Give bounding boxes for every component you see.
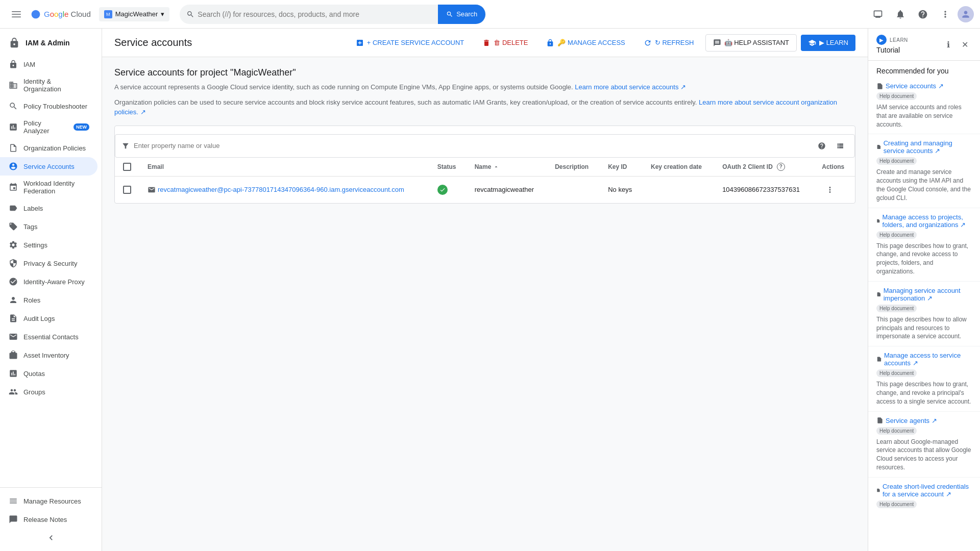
learn-more-service-accounts-link[interactable]: Learn more about service accounts ↗ [575, 83, 686, 91]
right-panel-item-impersonation-badge: Help document [876, 305, 917, 312]
help-assistant-button[interactable]: 🤖 HELP ASSISTANT [705, 34, 797, 52]
row-actions [814, 176, 855, 203]
sidebar-item-groups-label: Groups [23, 388, 89, 396]
right-panel-item-impersonation-link[interactable]: Managing service account impersonation ↗ [876, 287, 972, 302]
sidebar-item-service-accounts[interactable]: Service Accounts [0, 157, 97, 176]
sidebar-item-roles[interactable]: Roles [0, 291, 97, 309]
sidebar-item-tags-label: Tags [23, 223, 89, 231]
sidebar-item-policy-analyzer[interactable]: Policy Analyzer NEW [0, 115, 97, 139]
sidebar-item-org-policies[interactable]: Organization Policies [0, 139, 97, 157]
page-header: Service accounts + CREATE SERVICE ACCOUN… [102, 29, 868, 57]
row-description [547, 176, 600, 203]
sidebar-item-asset-inventory[interactable]: Asset Inventory [0, 346, 97, 364]
col-select-all [115, 158, 139, 177]
right-panel-item-service-agents-badge: Help document [876, 427, 917, 435]
help-icon-btn[interactable] [913, 4, 933, 24]
row-key-creation-date [643, 176, 714, 203]
right-panel-item-service-accounts-desc: IAM service accounts and roles that are … [876, 103, 972, 129]
right-panel-item-service-agents: Service agents ↗ Help document Learn abo… [868, 412, 980, 478]
right-panel-item-service-accounts-link[interactable]: Service accounts ↗ [876, 82, 972, 90]
filter-input[interactable] [134, 142, 810, 149]
oauth2-help-icon[interactable]: ? [777, 163, 785, 171]
right-panel-item-creating-managing-link[interactable]: Creating and managing service accounts ↗ [876, 139, 972, 155]
service-accounts-table: Email Status Name [115, 158, 855, 203]
search-button[interactable]: Search [438, 5, 485, 24]
project-dropdown-icon: ▾ [161, 10, 164, 18]
policy-analyzer-icon [8, 122, 18, 132]
right-panel-item-service-agents-link[interactable]: Service agents ↗ [876, 417, 972, 424]
right-panel-header: ▶ LEARN Tutorial ℹ ✕ [868, 29, 980, 61]
col-key-creation-date: Key creation date [643, 158, 714, 177]
manage-resources-icon [8, 496, 18, 506]
quotas-icon [8, 368, 18, 379]
sidebar-item-labels[interactable]: Labels [0, 199, 97, 217]
service-account-email-link[interactable]: revcatmagicweather@pc-api-73778017143470… [148, 186, 421, 194]
asset-inventory-icon [8, 350, 18, 360]
right-panel-item-manage-access-sa-link[interactable]: Manage access to service accounts ↗ [876, 352, 972, 367]
page-section-title: Service accounts for project "MagicWeath… [114, 67, 855, 78]
notifications-icon-btn[interactable] [890, 4, 911, 24]
delete-button[interactable]: 🗑 DELETE [475, 35, 535, 51]
col-name: Name [467, 158, 547, 177]
create-service-account-button[interactable]: + CREATE SERVICE ACCOUNT [349, 35, 472, 51]
right-panel-item-manage-access-desc: This page describes how to grant, change… [876, 242, 972, 276]
right-panel-item-manage-access-link[interactable]: Manage access to projects, folders, and … [876, 213, 972, 229]
col-description: Description [547, 158, 600, 177]
filter-columns-btn[interactable] [832, 138, 848, 154]
col-key-id: Key ID [600, 158, 643, 177]
right-panel-item-manage-access: Manage access to projects, folders, and … [868, 208, 980, 282]
search-input[interactable] [198, 10, 438, 18]
sidebar-item-release-notes[interactable]: Release Notes [0, 510, 97, 529]
right-panel-info-btn[interactable]: ℹ [941, 37, 955, 52]
groups-icon [8, 387, 18, 397]
learn-button[interactable]: ▶ LEARN [801, 35, 855, 51]
policy-troubleshooter-icon [8, 101, 18, 111]
release-notes-icon [8, 514, 18, 524]
sidebar-item-tags[interactable]: Tags [0, 217, 97, 236]
right-panel-close-btn[interactable]: ✕ [958, 37, 972, 52]
filter-table-container: Email Status Name [114, 126, 855, 204]
col-email: Email [139, 158, 429, 177]
project-selector[interactable]: M MagicWeather ▾ [99, 7, 170, 21]
page-description-2: Organization policies can be used to sec… [114, 97, 855, 117]
sidebar-item-privacy-security[interactable]: Privacy & Security [0, 254, 97, 272]
manage-access-button[interactable]: 🔑 MANAGE ACCESS [539, 35, 632, 51]
monitor-icon-btn[interactable] [868, 4, 888, 24]
sidebar-item-identity-aware-proxy[interactable]: Identity-Aware Proxy [0, 272, 97, 291]
tutorial-label: Tutorial [876, 46, 908, 54]
select-all-checkbox[interactable] [123, 163, 131, 171]
sidebar-item-groups[interactable]: Groups [0, 383, 97, 401]
row-checkbox[interactable] [123, 186, 131, 194]
learn-icon: ▶ [876, 35, 887, 45]
more-options-icon-btn[interactable] [935, 4, 955, 24]
search-bar[interactable]: Search [180, 5, 486, 24]
right-panel-section-title: Recommended for you [868, 61, 980, 77]
sidebar-item-policy-troubleshooter[interactable]: Policy Troubleshooter [0, 97, 97, 115]
sidebar-collapse-btn[interactable] [0, 529, 102, 547]
sidebar-item-settings-label: Settings [23, 241, 89, 249]
refresh-button[interactable]: ↻ REFRESH [636, 35, 701, 51]
row-select [115, 176, 139, 203]
sidebar-nav: IAM Identity & Organization Policy Troub… [0, 53, 102, 403]
sidebar-item-quotas[interactable]: Quotas [0, 364, 97, 383]
right-panel-item-short-lived-link[interactable]: Create short-lived credentials for a ser… [876, 483, 972, 498]
sidebar-item-iam[interactable]: IAM [0, 55, 97, 73]
sidebar: IAM & Admin IAM Identity & Organization [0, 29, 102, 551]
iam-admin-icon [8, 37, 20, 49]
labels-icon [8, 203, 18, 213]
roles-icon [8, 295, 18, 305]
sidebar-item-settings[interactable]: Settings [0, 236, 97, 254]
sidebar-item-essential-contacts[interactable]: Essential Contacts [0, 328, 97, 346]
sidebar-item-manage-resources[interactable]: Manage Resources [0, 492, 97, 510]
sidebar-item-workload-identity[interactable]: Workload Identity Federation [0, 176, 97, 199]
google-cloud-logo[interactable]: Google Cloud [31, 9, 91, 19]
tags-icon [8, 221, 18, 232]
filter-help-btn[interactable] [814, 138, 830, 154]
sidebar-item-identity-org[interactable]: Identity & Organization [0, 73, 97, 97]
user-avatar[interactable] [958, 6, 974, 22]
sidebar-item-audit-logs[interactable]: Audit Logs [0, 309, 97, 328]
menu-icon[interactable] [6, 4, 27, 24]
row-actions-button[interactable] [822, 182, 838, 198]
sidebar-item-service-accounts-label: Service Accounts [23, 163, 89, 170]
audit-logs-icon [8, 313, 18, 323]
